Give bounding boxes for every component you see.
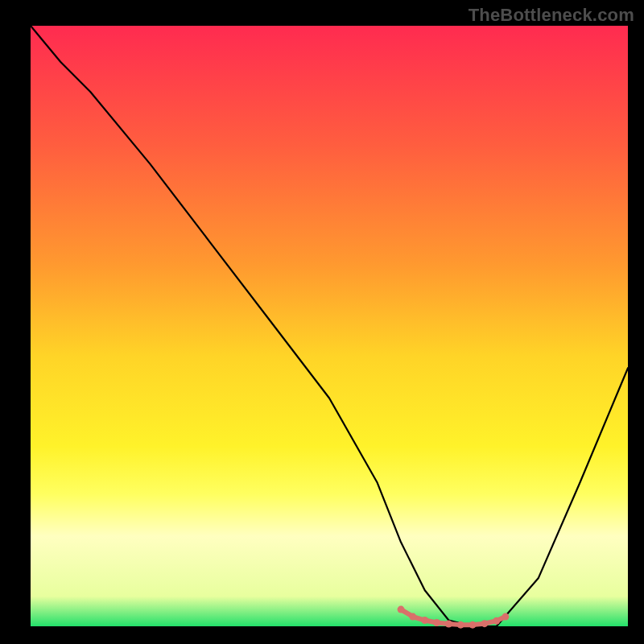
highlight-dot: [502, 613, 509, 621]
highlight-dot: [445, 621, 452, 628]
watermark-text: TheBottleneck.com: [469, 5, 634, 26]
chart-background: [31, 26, 628, 626]
chart-root: TheBottleneck.com: [0, 0, 644, 644]
highlight-dot: [421, 617, 428, 624]
highlight-dot: [433, 619, 440, 626]
highlight-dot: [457, 621, 464, 629]
chart-svg: [0, 0, 644, 644]
highlight-dot: [493, 617, 500, 625]
highlight-dot: [481, 620, 488, 627]
highlight-dot: [398, 606, 405, 613]
highlight-dot: [469, 621, 477, 629]
highlight-dot: [409, 613, 416, 621]
